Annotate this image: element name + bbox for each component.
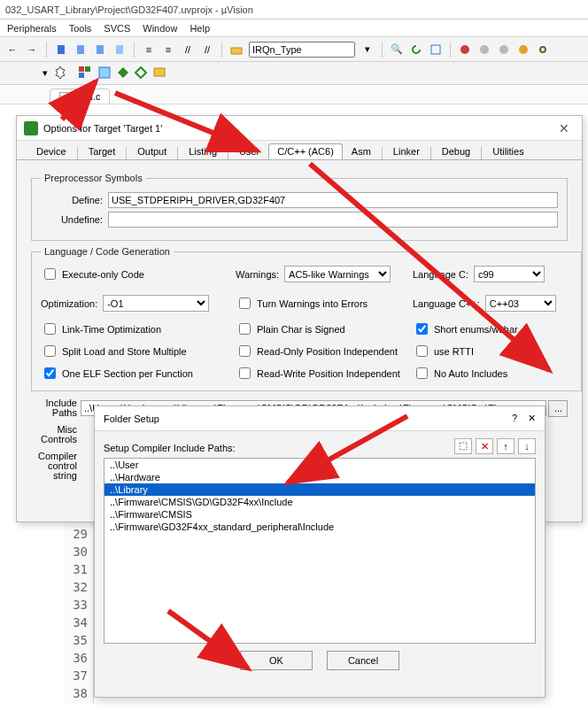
menu-tools[interactable]: Tools	[69, 23, 92, 34]
rebuild-icon[interactable]	[135, 66, 147, 81]
bookmark-prev-icon[interactable]	[93, 42, 107, 57]
bookmark-clear-icon[interactable]	[112, 42, 127, 57]
short-enums-checkbox[interactable]: Short enums/wchar	[413, 321, 572, 337]
options-gear-icon[interactable]	[536, 42, 550, 57]
list-item[interactable]: ..\Firmware\GD32F4xx_standard_peripheral…	[104, 521, 535, 533]
manage-books-icon[interactable]	[97, 66, 112, 81]
new-path-button[interactable]	[454, 438, 472, 454]
options-dialog-titlebar[interactable]: Options for Target 'Target 1' ✕	[17, 116, 582, 141]
list-item[interactable]: ..\Library	[104, 483, 535, 496]
svg-rect-16	[460, 443, 467, 450]
tab-device[interactable]: Device	[27, 143, 75, 159]
options-dialog-title: Options for Target 'Target 1'	[43, 123, 162, 134]
delete-path-button[interactable]: ✕	[476, 438, 493, 454]
include-paths-label: Include Paths	[31, 398, 81, 418]
folder-setup-dialog: Folder Setup ? ✕ Setup Compiler Include …	[94, 405, 545, 698]
open-folder-icon[interactable]	[229, 42, 244, 57]
language-legend: Language / Code Generation	[41, 246, 174, 257]
lto-checkbox[interactable]: Link-Time Optimization	[41, 321, 236, 337]
target-dropdown-icon[interactable]: ▾	[43, 67, 48, 79]
tab-target[interactable]: Target	[80, 143, 125, 159]
optimization-select[interactable]: -O1	[103, 295, 209, 312]
menu-window[interactable]: Window	[143, 23, 177, 34]
svg-point-6	[460, 45, 469, 54]
batch-build-icon[interactable]	[152, 66, 166, 81]
options-gray2-icon[interactable]	[497, 42, 511, 57]
comment-icon[interactable]: //	[181, 42, 195, 57]
cancel-button[interactable]: Cancel	[327, 651, 399, 670]
split-load-checkbox[interactable]: Split Load and Store Multiple	[41, 343, 236, 359]
svg-rect-13	[79, 73, 84, 78]
define-input[interactable]	[108, 192, 558, 208]
include-paths-browse-button[interactable]: ...	[548, 400, 568, 417]
readonly-pi-checkbox[interactable]: Read-Only Position Independent	[236, 343, 413, 359]
warnings-select[interactable]: AC5-like Warnings	[284, 266, 391, 282]
ok-button[interactable]: OK	[240, 651, 313, 670]
tab-listing[interactable]: Listing	[180, 143, 226, 159]
list-item[interactable]: ..\User	[104, 459, 535, 471]
close-icon[interactable]: ✕	[528, 413, 536, 424]
uncomment-icon[interactable]: //	[200, 42, 214, 57]
define-label: Define:	[41, 195, 103, 205]
help-icon[interactable]: ?	[512, 413, 517, 424]
move-down-button[interactable]: ↓	[518, 438, 536, 454]
find-icon[interactable]: 🔍	[390, 42, 404, 57]
move-up-button[interactable]: ↑	[497, 438, 514, 454]
undefine-label: Undefine:	[41, 214, 103, 225]
one-elf-checkbox[interactable]: One ELF Section per Function	[41, 365, 236, 382]
tab-linker[interactable]: Linker	[384, 143, 429, 159]
langcpp-label: Language C++:	[413, 298, 480, 309]
config-icon[interactable]	[429, 42, 443, 57]
menu-peripherals[interactable]: Peripherals	[7, 23, 57, 34]
svg-rect-1	[77, 45, 84, 54]
bookmark-next-icon[interactable]	[74, 42, 88, 57]
nav-fwd-icon[interactable]: →	[25, 42, 39, 57]
menu-svcs[interactable]: SVCS	[104, 23, 130, 34]
refresh-icon[interactable]	[409, 42, 423, 57]
bookmark-set-icon[interactable]	[54, 42, 68, 57]
find-dropdown-icon[interactable]: ▾	[360, 42, 375, 57]
list-item[interactable]: ..\Firmware\CMSIS\GD\GD32F4xx\Include	[104, 496, 535, 508]
toolbar-main: ← → ≡ ≡ // // ▾ 🔍	[0, 37, 588, 62]
tab-asm[interactable]: Asm	[343, 143, 380, 159]
options-amber-icon[interactable]	[516, 42, 530, 57]
close-icon[interactable]: ✕	[553, 121, 575, 135]
multi-project-icon[interactable]	[78, 66, 92, 81]
noauto-includes-checkbox[interactable]: No Auto Includes	[413, 365, 572, 382]
tab-cpp[interactable]: C/C++ (AC6)	[268, 143, 343, 159]
undefine-input[interactable]	[108, 212, 558, 228]
list-item[interactable]: ..\Firmware\CMSIS	[104, 508, 535, 521]
usertti-checkbox[interactable]: use RTTI	[413, 343, 572, 359]
folder-setup-subtitle: Setup Compiler Include Paths:	[104, 443, 236, 453]
language-group: Language / Code Generation Execute-only …	[31, 246, 582, 391]
indent-right-icon[interactable]: ≡	[161, 42, 175, 57]
tab-debug[interactable]: Debug	[433, 143, 479, 159]
svg-rect-3	[116, 45, 123, 54]
menu-help[interactable]: Help	[190, 23, 210, 34]
menubar[interactable]: Peripherals Tools SVCS Window Help	[0, 19, 588, 37]
langc-select[interactable]: c99	[474, 266, 545, 282]
svg-rect-4	[231, 48, 242, 54]
build-icon[interactable]	[117, 66, 129, 81]
tab-utilities[interactable]: Utilities	[484, 143, 532, 159]
exec-only-checkbox[interactable]: Execute-only Code	[41, 262, 236, 286]
langcpp-select[interactable]: C++03	[485, 295, 556, 312]
options-gray-icon[interactable]	[477, 42, 491, 57]
indent-left-icon[interactable]: ≡	[142, 42, 156, 57]
tab-user[interactable]: User	[230, 143, 268, 159]
warnings-errors-checkbox[interactable]: Turn Warnings into Errors	[236, 291, 413, 315]
folder-setup-titlebar[interactable]: Folder Setup ? ✕	[95, 406, 545, 431]
svg-rect-2	[97, 45, 104, 54]
list-item[interactable]: ..\Hardware	[104, 471, 535, 483]
toolbar-build: ▾	[0, 62, 588, 85]
tab-output[interactable]: Output	[128, 143, 175, 159]
options-red-icon[interactable]	[458, 42, 472, 57]
plain-char-checkbox[interactable]: Plain Char is Signed	[236, 321, 413, 337]
file-tab-main[interactable]: main.c	[50, 89, 110, 104]
readwrite-pi-checkbox[interactable]: Read-Write Position Independent	[236, 365, 413, 382]
warnings-label: Warnings:	[236, 269, 279, 280]
target-options-icon[interactable]	[53, 66, 67, 81]
nav-back-icon[interactable]: ←	[5, 42, 19, 57]
folder-list[interactable]: ..\User ..\Hardware ..\Library ..\Firmwa…	[104, 458, 536, 644]
find-type-combo[interactable]	[249, 42, 355, 58]
